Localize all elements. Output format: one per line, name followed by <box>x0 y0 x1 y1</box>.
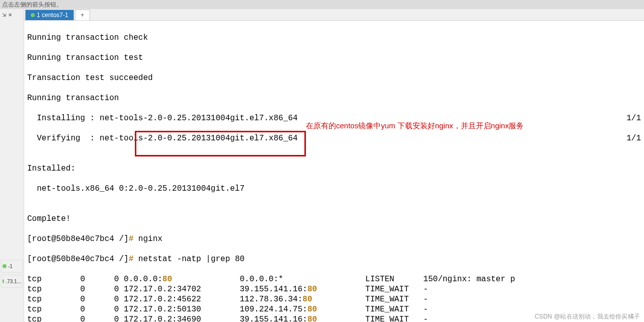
sidebar-pin-row: ⇲ ✕ <box>0 9 24 10</box>
tab-bar: 1 centos7-1 + <box>24 9 644 10</box>
hint-text: 点击左侧的箭头按钮。 <box>2 1 62 8</box>
right-column: 1 centos7-1 + Running transaction check … <box>24 9 644 10</box>
main-layout: ⇲ ✕ -1 .73.1... 1 centos7-1 + Running tr… <box>0 9 644 10</box>
left-sidebar: ⇲ ✕ -1 .73.1... <box>0 9 24 10</box>
top-hint-bar: 点击左侧的箭头按钮。 <box>0 0 644 10</box>
